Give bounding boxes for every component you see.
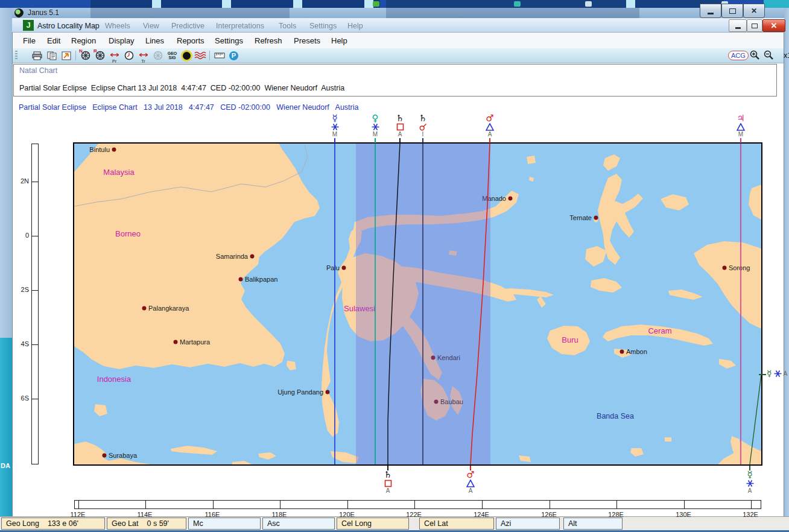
lon-tick: [213, 501, 214, 508]
lon-tick: [414, 501, 415, 508]
child-minimize-button[interactable]: [729, 19, 747, 32]
geo-sig-icon[interactable]: GEOSIG: [166, 49, 179, 62]
statusbar: Geo Long133 e 06'Geo Lat0 s 59'McAscCel …: [0, 516, 789, 530]
eclipse-icon[interactable]: [180, 49, 193, 62]
acg-badge[interactable]: ACG: [728, 51, 749, 60]
waves-icon[interactable]: [194, 49, 206, 62]
menu-file[interactable]: File: [23, 36, 36, 45]
zoom-out-icon[interactable]: [763, 50, 774, 63]
lat-tick: [32, 399, 38, 399]
angle-letter: A: [379, 488, 397, 494]
copy-icon[interactable]: [45, 49, 58, 62]
status-label: Mc: [193, 519, 203, 528]
chart-type-label: Natal Chart: [19, 66, 57, 75]
wheel-tag: N: [79, 48, 83, 54]
status-label: Geo Long: [6, 519, 39, 528]
lat-tick: [32, 344, 38, 345]
lon-label-124E: 124E: [469, 511, 493, 518]
minimize-button[interactable]: [700, 4, 721, 18]
saturn-square-asc-line: [388, 144, 400, 464]
status-label: Azi: [501, 519, 511, 528]
angle-letter: A: [391, 131, 409, 138]
zoom-in-icon[interactable]: [749, 50, 760, 63]
planet-glyph: ♄: [391, 114, 409, 123]
mercury-sextile-asc-glyph: ☿A: [767, 369, 787, 378]
menu-display[interactable]: Display: [109, 36, 135, 45]
window-frame-right: [784, 8, 789, 530]
line-tick: [422, 138, 423, 143]
status-label: Asc: [267, 519, 280, 528]
menu-reports[interactable]: Reports: [177, 36, 204, 45]
angle-letter: M: [732, 131, 750, 138]
transit-icon[interactable]: Tr: [137, 49, 150, 62]
planet-glyph: ♂: [461, 470, 480, 480]
background-menu-predictive: Predictive: [171, 22, 204, 30]
status-geo-lat: Geo Lat0 s 59': [107, 518, 186, 530]
lon-label-116E: 116E: [200, 511, 224, 518]
menu-edit[interactable]: Edit: [47, 36, 60, 45]
planet-glyph: ♄: [414, 114, 432, 123]
export-icon[interactable]: [60, 49, 72, 62]
menu-settings[interactable]: Settings: [215, 36, 243, 45]
child-close-button[interactable]: ✕: [762, 19, 785, 32]
menu-presets[interactable]: Presets: [294, 36, 320, 45]
wheel-disabled-icon[interactable]: [151, 49, 164, 62]
clock-icon[interactable]: [122, 49, 135, 62]
status-label: Cel Long: [341, 519, 372, 528]
background-menu-help: Help: [347, 22, 363, 30]
lat-label-0: 0: [16, 232, 29, 239]
background-menu-tools: Tools: [279, 22, 296, 30]
menu-refresh[interactable]: Refresh: [255, 36, 282, 45]
angle-letter: M: [326, 131, 344, 138]
background-app-icon: [514, 1, 521, 7]
locality-map[interactable]: BintuluSamarindaBalikpapanPalangkarayaMa…: [73, 142, 762, 466]
lon-label-126E: 126E: [537, 511, 561, 518]
lon-tick: [616, 501, 617, 508]
child-restore-button[interactable]: [747, 19, 762, 32]
planet-glyph: ♂: [481, 114, 499, 123]
toolbar-grip: [15, 51, 17, 60]
lon-tick: [145, 501, 146, 508]
line-glyph-♄-A: ♄A: [379, 465, 397, 494]
status-azi: Azi: [496, 518, 560, 530]
trine-aspect-icon: [481, 123, 499, 131]
angle-letter: A: [784, 371, 788, 377]
line-tick: [375, 138, 376, 143]
line-tick: [334, 138, 335, 143]
menu-region[interactable]: Region: [71, 36, 96, 45]
sextile-aspect-icon: [741, 480, 759, 488]
wheel-tag: R: [93, 48, 97, 54]
lat-label-4S: 4S: [16, 340, 29, 347]
chart-info-line: Partial Solar Eclipse Eclipse Chart 13 J…: [19, 84, 344, 92]
trine-aspect-icon: [732, 123, 750, 131]
janus-chart-icon: J: [23, 20, 34, 31]
background-menu-view: View: [143, 22, 159, 30]
menu-help[interactable]: Help: [331, 36, 347, 45]
toolbar: ACG x17,58 NRPrTrGEOSIGP: [13, 48, 784, 63]
lon-label-118E: 118E: [267, 511, 291, 518]
line-glyph-♂-A: ♂A: [481, 114, 499, 143]
progressed-icon[interactable]: Pr: [108, 49, 121, 62]
toolbar-separator: [209, 51, 210, 60]
parallels-icon[interactable]: P: [227, 49, 240, 62]
angle-letter: A: [741, 488, 759, 494]
planet-glyph: ☿: [767, 369, 772, 378]
line-tick: [489, 138, 490, 143]
line-glyph-☿-M: ☿M: [326, 114, 344, 143]
maximize-button[interactable]: [721, 4, 743, 18]
return-wheel-icon[interactable]: R: [93, 49, 106, 62]
menu-lines[interactable]: Lines: [145, 36, 164, 45]
square-aspect-icon: [391, 123, 409, 131]
close-button[interactable]: ✕: [743, 4, 765, 18]
lon-tick: [280, 501, 280, 508]
lat-tick: [32, 290, 38, 291]
line-tick: [399, 138, 401, 143]
ruler-icon[interactable]: [213, 49, 226, 62]
background-windows-strip: [0, 0, 789, 8]
natal-wheel-icon[interactable]: N: [79, 49, 92, 62]
inner-window-title: Astro Locality Map: [37, 22, 100, 30]
latitude-ruler: [31, 144, 39, 464]
status-label: Alt: [568, 519, 577, 528]
print-icon[interactable]: [31, 49, 43, 62]
janus-app-icon: [14, 8, 24, 17]
